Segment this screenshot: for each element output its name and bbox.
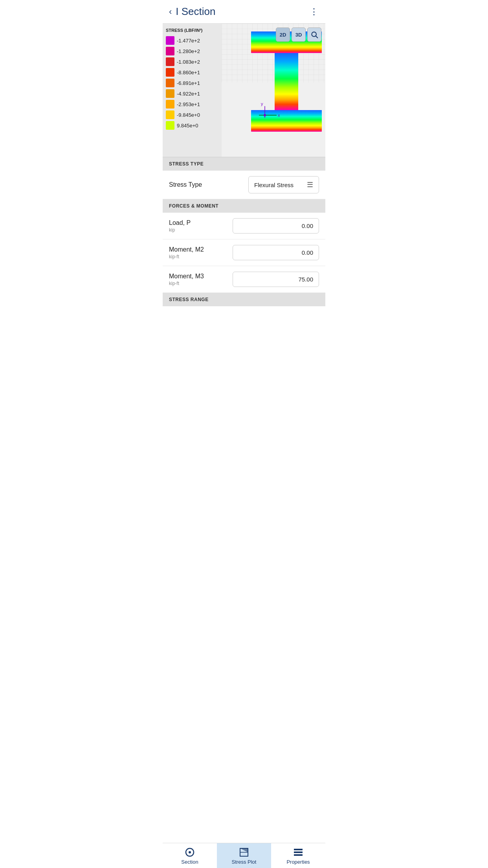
force-label: Load, P	[169, 219, 191, 226]
svg-text:y: y	[261, 101, 263, 106]
dropdown-icon: ☰	[307, 180, 313, 189]
i-beam-visualization: y x	[243, 29, 325, 140]
legend-value: -8.860e+1	[177, 70, 200, 75]
stress-type-header: STRESS TYPE	[163, 157, 325, 171]
legend-value: -4.922e+1	[177, 91, 200, 97]
legend-value: 9.845e+0	[177, 123, 198, 129]
app-header: ‹ I Section ⋮	[163, 0, 325, 24]
legend-item: -1.083e+2	[166, 57, 218, 66]
force-label-group: Moment, M3 kip-ft	[169, 273, 204, 286]
legend-value: -1.083e+2	[177, 59, 200, 65]
svg-rect-5	[251, 110, 322, 132]
legend-item: -1.280e+2	[166, 47, 218, 55]
legend-item: -1.477e+2	[166, 36, 218, 45]
search-button[interactable]	[307, 28, 321, 42]
force-row: Load, P kip	[163, 213, 325, 239]
legend-color-swatch	[166, 36, 174, 45]
force-unit: kip	[169, 227, 191, 233]
legend-color-swatch	[166, 100, 174, 108]
legend-color-swatch	[166, 79, 174, 87]
force-unit: kip-ft	[169, 281, 204, 286]
more-button[interactable]: ⋮	[310, 7, 319, 17]
legend-color-swatch	[166, 110, 174, 119]
legend-color-swatch	[166, 89, 174, 98]
legend-item: -6.891e+1	[166, 79, 218, 87]
search-icon	[310, 31, 318, 39]
stress-range-header: STRESS RANGE	[163, 293, 325, 306]
force-label: Moment, M2	[169, 246, 204, 253]
legend-item: -8.860e+1	[166, 68, 218, 77]
stress-type-row: Stress Type Flexural Stress ☰	[163, 171, 325, 199]
chart-area: 2D 3D	[222, 24, 325, 157]
force-input[interactable]	[233, 272, 319, 287]
legend-item: 9.845e+0	[166, 121, 218, 130]
legend-value: -1.477e+2	[177, 38, 200, 44]
force-label-group: Moment, M2 kip-ft	[169, 246, 204, 259]
legend-item: -9.845e+0	[166, 110, 218, 119]
legend-item: -4.922e+1	[166, 89, 218, 98]
legend-item: -2.953e+1	[166, 100, 218, 108]
legend-value: -9.845e+0	[177, 112, 200, 118]
force-input[interactable]	[233, 245, 319, 260]
svg-rect-4	[275, 53, 298, 110]
3d-button[interactable]: 3D	[292, 28, 306, 42]
force-row: Moment, M2 kip-ft	[163, 239, 325, 266]
header-left: ‹ I Section	[169, 6, 216, 18]
legend-color-swatch	[166, 57, 174, 66]
2d-button[interactable]: 2D	[276, 28, 290, 42]
legend-color-swatch	[166, 47, 174, 55]
view-buttons: 2D 3D	[276, 28, 321, 42]
legend-color-swatch	[166, 121, 174, 130]
stress-type-value: Flexural Stress	[254, 182, 294, 188]
force-input[interactable]	[233, 218, 319, 234]
visualization-area: STRESS (LBF/IN²) -1.477e+2 -1.280e+2 -1.…	[163, 24, 325, 157]
legend-title: STRESS (LBF/IN²)	[166, 28, 218, 33]
svg-line-2	[316, 36, 318, 38]
stress-type-panel: STRESS TYPE Stress Type Flexural Stress …	[163, 157, 325, 199]
page-title: I Section	[176, 6, 215, 18]
force-label-group: Load, P kip	[169, 219, 191, 233]
forces-panel: FORCES & MOMENT Load, P kip Moment, M2 k…	[163, 199, 325, 293]
legend-value: -6.891e+1	[177, 80, 200, 86]
legend-value: -2.953e+1	[177, 101, 200, 107]
forces-header: FORCES & MOMENT	[163, 199, 325, 213]
legend-color-swatch	[166, 68, 174, 77]
stress-range-panel: STRESS RANGE	[163, 293, 325, 306]
force-unit: kip-ft	[169, 254, 204, 259]
svg-point-10	[264, 114, 266, 116]
force-row: Moment, M3 kip-ft	[163, 266, 325, 293]
force-label: Moment, M3	[169, 273, 204, 280]
stress-legend: STRESS (LBF/IN²) -1.477e+2 -1.280e+2 -1.…	[163, 24, 222, 157]
back-button[interactable]: ‹	[169, 7, 172, 17]
svg-text:x: x	[278, 113, 280, 118]
stress-type-label: Stress Type	[169, 181, 202, 188]
legend-value: -1.280e+2	[177, 48, 200, 54]
stress-type-dropdown[interactable]: Flexural Stress ☰	[248, 176, 319, 193]
